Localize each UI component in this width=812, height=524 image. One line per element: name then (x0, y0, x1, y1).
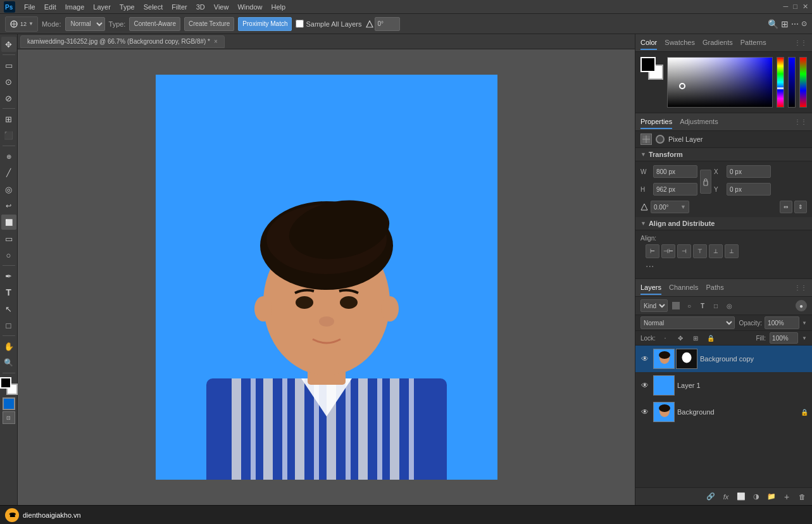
fill-input[interactable] (770, 332, 798, 344)
lock-all-btn[interactable]: 🔒 (705, 332, 716, 344)
text-tool[interactable]: T (1, 285, 16, 300)
align-bottom-btn[interactable]: ⊥ (725, 244, 739, 258)
tab-color[interactable]: Color (640, 36, 657, 50)
angle-input[interactable] (375, 17, 400, 31)
menu-image[interactable]: Image (65, 3, 85, 11)
y-input[interactable] (727, 183, 771, 196)
flip-h-btn[interactable]: ⇔ (780, 201, 792, 213)
clone-tool[interactable]: ◎ (1, 182, 16, 197)
height-input[interactable] (653, 183, 697, 196)
opacity-input[interactable] (765, 316, 799, 329)
sample-all-layers-label[interactable]: Sample All Layers (296, 20, 361, 28)
filter-adj-btn[interactable]: ○ (684, 300, 695, 311)
close-btn[interactable]: ✕ (803, 3, 808, 11)
menu-type[interactable]: Type (120, 3, 135, 11)
brush-tool[interactable]: ╱ (1, 165, 16, 180)
filter-pixel-btn[interactable] (670, 300, 682, 311)
eraser-tool[interactable]: ⬜ (1, 215, 16, 230)
rect-select-tool[interactable]: ▭ (1, 58, 16, 73)
tab-adjustments[interactable]: Adjustments (680, 115, 718, 129)
crop-tool[interactable]: ⊞ (1, 111, 16, 127)
menu-3d[interactable]: 3D (196, 3, 205, 11)
align-center-h-btn[interactable]: ⊣⊢ (661, 244, 675, 258)
alpha-slider[interactable] (788, 57, 796, 108)
layer-visibility-background[interactable]: 👁 (639, 406, 651, 418)
color-panel-collapse[interactable]: ⋮⋮ (794, 39, 807, 46)
filter-toggle-btn[interactable]: ● (796, 300, 807, 311)
tab-close-btn[interactable]: × (214, 38, 218, 45)
color-gradient-picker[interactable] (667, 57, 773, 108)
proximity-match-btn[interactable]: Proximity Match (238, 17, 292, 31)
history-brush-tool[interactable]: ↩ (1, 198, 16, 213)
width-input[interactable] (653, 165, 697, 178)
move-tool[interactable]: ✥ (1, 37, 16, 52)
screen-mode-btn[interactable]: ⊡ (3, 411, 15, 424)
pen-tool[interactable]: ✒ (1, 268, 16, 284)
align-right-btn[interactable]: ⊣ (677, 244, 691, 258)
filter-smart-btn[interactable]: ◎ (723, 300, 735, 311)
flip-v-btn[interactable]: ⇕ (794, 201, 807, 213)
tab-gradients[interactable]: Gradients (703, 36, 733, 50)
lock-pixels-btn[interactable]: ⬞ (659, 332, 671, 344)
layer-visibility-layer1[interactable]: 👁 (639, 380, 651, 391)
sample-all-layers-checkbox[interactable] (296, 20, 304, 28)
search-btn[interactable]: 🔍 (768, 19, 778, 29)
lock-artboard-btn[interactable]: ⊞ (690, 332, 701, 344)
lock-position-btn[interactable]: ✥ (675, 332, 686, 344)
menu-view[interactable]: View (214, 3, 229, 11)
foreground-color[interactable] (0, 377, 11, 389)
healing-brush-tool[interactable]: ⊕ (1, 149, 16, 164)
layers-panel-collapse[interactable]: ⋮⋮ (794, 284, 807, 291)
rotation-input[interactable] (654, 204, 679, 211)
brush-settings-btn[interactable]: ⊙ (801, 19, 807, 29)
align-middle-v-btn[interactable]: ⊥ (709, 244, 723, 258)
tab-patterns[interactable]: Patterns (740, 36, 766, 50)
minimize-btn[interactable]: ─ (784, 3, 789, 11)
document-tab[interactable]: kamiwedding-316252.jpg @ 66.7% (Backgrou… (20, 35, 225, 48)
align-top-btn[interactable]: ⊤ (693, 244, 707, 258)
lock-aspect-btn[interactable] (700, 170, 711, 194)
transform-section-header[interactable]: ▼ Transform (635, 148, 812, 161)
more-options-btn[interactable]: ··· (640, 261, 807, 275)
add-style-btn[interactable]: fx (720, 490, 732, 503)
foreground-swatch[interactable] (640, 57, 656, 72)
shape-tool[interactable]: □ (1, 318, 16, 333)
menu-file[interactable]: File (24, 3, 35, 11)
workspace-btn[interactable]: ⊞ (781, 19, 789, 29)
align-section-header[interactable]: ▼ Align and Distribute (635, 217, 812, 230)
layer-item-background[interactable]: 👁 Background 🔒 (635, 399, 812, 425)
hand-tool[interactable]: ✋ (1, 339, 16, 354)
layer-visibility-bg-copy[interactable]: 👁 (639, 353, 651, 365)
add-mask-btn[interactable]: ⬜ (735, 490, 747, 503)
path-select-tool[interactable]: ↖ (1, 301, 16, 316)
canvas-container[interactable] (18, 49, 635, 505)
eyedropper-tool[interactable]: ⬛ (1, 128, 16, 143)
rotation-dropdown[interactable]: ▼ (680, 204, 686, 210)
tab-channels[interactable]: Channels (669, 281, 698, 295)
filter-text-btn[interactable]: T (697, 300, 708, 311)
mode-select[interactable]: Normal (65, 17, 105, 31)
delete-layer-btn[interactable]: 🗑 (796, 490, 808, 503)
layer-item-layer1[interactable]: 👁 Layer 1 (635, 372, 812, 399)
tab-swatches[interactable]: Swatches (665, 36, 695, 50)
layer-item-bg-copy[interactable]: 👁 (635, 346, 812, 372)
tab-properties[interactable]: Properties (640, 115, 672, 129)
zoom-tool[interactable]: 🔍 (1, 355, 16, 370)
maximize-btn[interactable]: □ (793, 3, 797, 11)
color-picker-handle[interactable] (679, 83, 685, 89)
blend-mode-select[interactable]: Normal (640, 316, 735, 329)
menu-window[interactable]: Window (237, 3, 262, 11)
gradient-tool[interactable]: ▭ (1, 231, 16, 246)
x-input[interactable] (727, 165, 771, 178)
add-group-btn[interactable]: 📁 (765, 490, 778, 503)
link-layers-btn[interactable]: 🔗 (704, 490, 717, 503)
menu-filter[interactable]: Filter (172, 3, 187, 11)
align-left-btn[interactable]: ⊢ (646, 244, 659, 258)
tab-paths[interactable]: Paths (706, 281, 724, 295)
properties-panel-collapse[interactable]: ⋮⋮ (794, 118, 807, 125)
menu-layer[interactable]: Layer (93, 3, 111, 11)
layer-filter-select[interactable]: Kind (640, 299, 668, 312)
create-texture-btn[interactable]: Create Texture (184, 17, 234, 31)
menu-edit[interactable]: Edit (44, 3, 56, 11)
quick-select-tool[interactable]: ⊘ (1, 90, 16, 106)
